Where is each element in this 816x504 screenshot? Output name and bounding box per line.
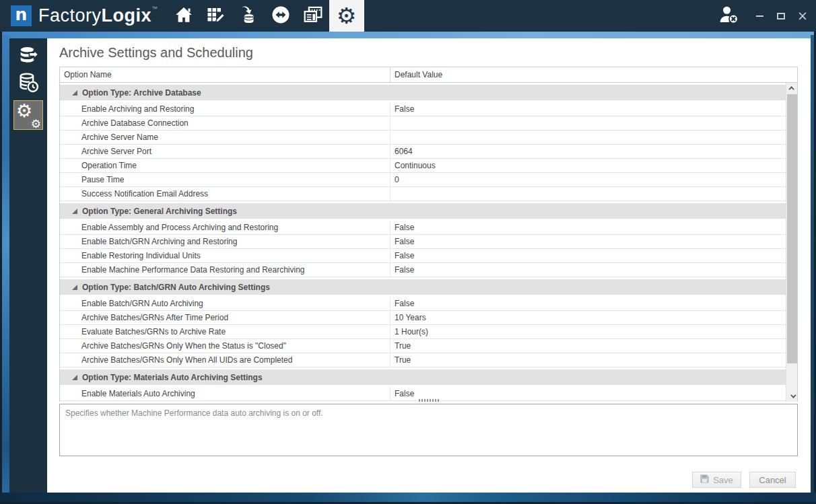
save-icon bbox=[700, 474, 709, 485]
home-icon bbox=[174, 5, 194, 28]
group-header-row[interactable]: Option Type: Materials Auto Archiving Se… bbox=[60, 369, 786, 385]
option-name-cell: Archive Server Port bbox=[60, 145, 390, 158]
option-name-cell: Enable Restoring Individual Units bbox=[60, 249, 390, 262]
option-name-cell: Enable Batch/GRN Archiving and Restoring bbox=[60, 235, 390, 248]
option-row[interactable]: Pause Time0 bbox=[60, 173, 786, 187]
sidebar-item-database-export[interactable] bbox=[13, 44, 43, 71]
main-nav: ⚙ bbox=[168, 0, 364, 32]
reports-icon bbox=[302, 5, 324, 28]
save-button-label: Save bbox=[713, 475, 733, 485]
option-name-cell: Archive Server Name bbox=[60, 131, 390, 144]
logged-out-user-icon[interactable] bbox=[718, 5, 739, 28]
grid-viewport: Option Type: Archive DatabaseEnable Arch… bbox=[60, 83, 786, 402]
option-row[interactable]: Archive Batches/GRNs Only When the Statu… bbox=[60, 339, 786, 353]
grid-header: Option Name Default Value bbox=[60, 67, 797, 83]
app-logo: n bbox=[11, 5, 32, 26]
database-schedule-icon bbox=[17, 71, 40, 97]
option-name-cell: Enable Machine Performance Data Restorin… bbox=[60, 263, 390, 277]
page-title: Archive Settings and Scheduling bbox=[59, 45, 253, 61]
option-description-text: Specifies whether Machine Performance da… bbox=[60, 404, 797, 422]
grid-splitter-handle[interactable] bbox=[419, 399, 439, 402]
option-value-cell bbox=[390, 187, 786, 201]
option-value-cell: False bbox=[390, 387, 786, 400]
column-header-option-name[interactable]: Option Name bbox=[60, 67, 390, 82]
group-header-label: Option Type: Archive Database bbox=[82, 88, 201, 98]
option-row[interactable]: Archive Batches/GRNs After Time Period10… bbox=[60, 311, 786, 325]
close-icon: × bbox=[797, 9, 808, 22]
option-name-cell: Enable Batch/GRN Auto Archiving bbox=[60, 297, 390, 310]
option-value-cell bbox=[390, 131, 786, 144]
group-header-row[interactable]: Option Type: General Archiving Settings bbox=[60, 203, 786, 219]
cancel-button[interactable]: Cancel bbox=[749, 472, 796, 488]
maximize-button[interactable] bbox=[773, 6, 789, 26]
option-row[interactable]: Archive Server Port6064 bbox=[60, 145, 786, 159]
options-grid: Option Name Default Value Option Type: A… bbox=[59, 67, 798, 402]
window-frame-left bbox=[2, 35, 9, 495]
scroll-up-button[interactable] bbox=[786, 83, 798, 94]
brand-text: FactoryLogix™ bbox=[38, 5, 158, 26]
settings-gear-icon: ⚙ bbox=[337, 5, 357, 27]
scroll-down-button[interactable] bbox=[786, 391, 798, 402]
brand-trademark: ™ bbox=[151, 5, 158, 12]
nav-transfer-button[interactable] bbox=[265, 0, 297, 32]
option-row[interactable]: Enable Batch/GRN Auto ArchivingFalse bbox=[60, 297, 786, 311]
option-name-cell: Archive Database Connection bbox=[60, 116, 390, 130]
option-name-cell: Success Notification Email Address bbox=[60, 187, 390, 201]
nav-reports-button[interactable] bbox=[297, 0, 329, 32]
transfer-icon bbox=[271, 5, 291, 28]
nav-archive-database-button[interactable] bbox=[232, 0, 265, 32]
option-row[interactable]: Archive Batches/GRNs Only When All UIDs … bbox=[60, 353, 786, 367]
scrollbar-thumb[interactable] bbox=[787, 94, 797, 363]
minimize-icon bbox=[756, 15, 763, 17]
brand-logix: Logix bbox=[102, 5, 152, 26]
maximize-icon bbox=[777, 13, 785, 20]
nav-work-instructions-button[interactable] bbox=[200, 0, 232, 32]
option-row[interactable]: Archive Server Name bbox=[60, 131, 786, 145]
option-value-cell: False bbox=[390, 249, 786, 262]
option-value-cell: 10 Years bbox=[390, 311, 786, 324]
option-value-cell: False bbox=[390, 297, 786, 310]
group-header-label: Option Type: Materials Auto Archiving Se… bbox=[82, 373, 263, 382]
option-row[interactable]: Operation TimeContinuous bbox=[60, 159, 786, 173]
accent-strip bbox=[2, 32, 814, 38]
save-button[interactable]: Save bbox=[692, 472, 741, 488]
option-value-cell: False bbox=[390, 263, 786, 277]
option-name-cell: Enable Assembly and Process Archiving an… bbox=[60, 221, 390, 234]
nav-settings-button[interactable]: ⚙ bbox=[329, 0, 364, 32]
option-row[interactable]: Enable Machine Performance Data Restorin… bbox=[60, 263, 786, 277]
option-name-cell: Enable Materials Auto Archiving bbox=[60, 387, 390, 400]
brand-factory: Factory bbox=[38, 5, 102, 26]
collapse-triangle-icon[interactable] bbox=[72, 285, 77, 290]
option-row[interactable]: Enable Restoring Individual UnitsFalse bbox=[60, 249, 786, 263]
collapse-triangle-icon[interactable] bbox=[72, 209, 77, 214]
group-header-label: Option Type: General Archiving Settings bbox=[82, 207, 237, 216]
option-row[interactable]: Archive Database Connection bbox=[60, 116, 786, 131]
option-row[interactable]: Success Notification Email Address bbox=[60, 187, 786, 201]
option-value-cell: True bbox=[390, 353, 786, 367]
main-content: Archive Settings and Scheduling Option N… bbox=[47, 38, 811, 493]
vertical-scrollbar[interactable] bbox=[786, 83, 797, 402]
option-name-cell: Archive Batches/GRNs After Time Period bbox=[60, 311, 390, 324]
sidebar-item-archive-settings[interactable]: ⚙⚙ bbox=[13, 100, 43, 130]
collapse-triangle-icon[interactable] bbox=[72, 375, 77, 380]
group-header-row[interactable]: Option Type: Batch/GRN Auto Archiving Se… bbox=[60, 279, 786, 295]
option-name-cell: Pause Time bbox=[60, 173, 390, 186]
collapse-triangle-icon[interactable] bbox=[72, 90, 77, 96]
option-row[interactable]: Evaluate Batches/GRNs to Archive Rate1 H… bbox=[60, 325, 786, 339]
option-row[interactable]: Enable Batch/GRN Archiving and Restoring… bbox=[60, 235, 786, 249]
group-header-row[interactable]: Option Type: Archive Database bbox=[60, 85, 786, 100]
option-row[interactable]: Enable Archiving and RestoringFalse bbox=[60, 102, 786, 116]
column-header-default-value[interactable]: Default Value bbox=[390, 67, 797, 82]
option-value-cell: False bbox=[390, 102, 786, 116]
archive-settings-gears-icon: ⚙⚙ bbox=[18, 104, 39, 126]
close-button[interactable]: × bbox=[794, 6, 811, 26]
nav-home-button[interactable] bbox=[168, 0, 200, 32]
sidebar-item-database-schedule[interactable] bbox=[13, 71, 43, 98]
option-row[interactable]: Enable Assembly and Process Archiving an… bbox=[60, 221, 786, 235]
option-name-cell: Evaluate Batches/GRNs to Archive Rate bbox=[60, 325, 390, 338]
minimize-button[interactable] bbox=[751, 6, 768, 26]
window-frame-right bbox=[811, 35, 814, 495]
option-value-cell: 1 Hour(s) bbox=[390, 325, 786, 338]
option-value-cell: 6064 bbox=[390, 145, 786, 158]
chevron-up-icon bbox=[788, 86, 794, 92]
